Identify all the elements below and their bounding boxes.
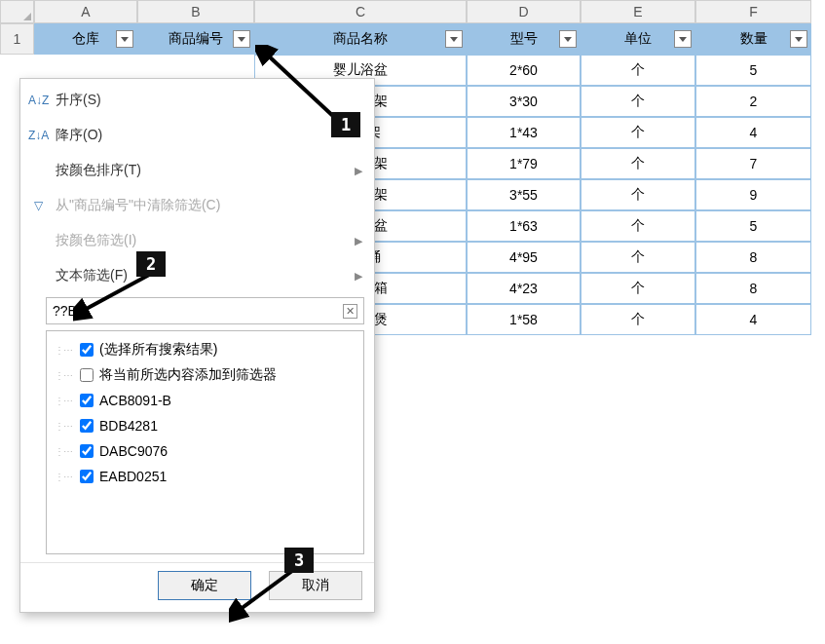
checkbox[interactable] (80, 368, 94, 382)
filter-dropdown-icon[interactable] (674, 30, 692, 48)
clear-search-icon[interactable]: ✕ (343, 304, 357, 319)
cell[interactable]: 8 (695, 273, 811, 304)
cell[interactable]: 4 (695, 304, 811, 335)
header-row: 仓库 商品编号 商品名称 型号 单位 数量 (34, 23, 811, 55)
filter-value-list[interactable]: ⋮⋯(选择所有搜索结果) ⋮⋯将当前所选内容添加到筛选器 ⋮⋯ACB8091-B… (46, 330, 364, 554)
cell[interactable]: 5 (695, 55, 811, 86)
cell[interactable]: 9 (695, 179, 811, 210)
svg-line-2 (237, 571, 292, 612)
svg-line-0 (265, 53, 335, 118)
menu-label: 降序(O) (56, 127, 102, 144)
chevron-right-icon: ▶ (355, 270, 362, 283)
filter-dropdown-icon[interactable] (445, 30, 463, 48)
row-headers: 1 (0, 23, 34, 55)
cell[interactable]: 7 (695, 148, 811, 179)
cell[interactable]: 3*55 (467, 179, 581, 210)
tree-connector-icon: ⋮⋯ (55, 396, 72, 406)
filter-dropdown-icon[interactable] (233, 30, 250, 48)
filter-popup: A↓Z 升序(S) Z↓A 降序(O) 按颜色排序(T) ▶ ▽ 从"商品编号"… (19, 78, 375, 613)
list-item[interactable]: ⋮⋯(选择所有搜索结果) (55, 337, 356, 362)
hdr-text: 单位 (624, 30, 652, 48)
col-head-A[interactable]: A (34, 0, 137, 23)
item-label: (选择所有搜索结果) (99, 341, 217, 359)
cell[interactable]: 个 (581, 242, 695, 273)
cell[interactable]: 1*63 (467, 210, 581, 242)
list-item[interactable]: ⋮⋯BDB4281 (55, 413, 356, 438)
checkbox[interactable] (80, 419, 94, 433)
cell[interactable]: 3*30 (467, 86, 581, 117)
filter-dropdown-icon[interactable] (790, 30, 807, 48)
column-headers: A B C D E F (34, 0, 811, 23)
tree-connector-icon: ⋮⋯ (55, 446, 72, 457)
cell[interactable]: 个 (581, 117, 695, 148)
hdr-text: 型号 (510, 30, 538, 48)
cell[interactable]: 4*23 (467, 273, 581, 304)
tree-connector-icon: ⋮⋯ (55, 472, 72, 482)
list-item[interactable]: ⋮⋯将当前所选内容添加到筛选器 (55, 362, 356, 388)
chevron-right-icon: ▶ (355, 235, 362, 247)
cell[interactable]: 2*60 (467, 55, 581, 86)
cell[interactable]: 5 (695, 210, 811, 242)
cell[interactable]: 个 (581, 210, 695, 242)
filter-dropdown-icon[interactable] (559, 30, 577, 48)
cell[interactable]: 个 (581, 179, 695, 210)
cell[interactable]: 4*95 (467, 242, 581, 273)
clear-filter: ▽ 从"商品编号"中清除筛选(C) (20, 188, 374, 223)
list-item[interactable]: ⋮⋯EABD0251 (55, 464, 356, 489)
menu-label: 升序(S) (56, 92, 101, 109)
chevron-right-icon: ▶ (355, 165, 362, 177)
cell[interactable]: 个 (581, 86, 695, 117)
col-head-D[interactable]: D (467, 0, 581, 23)
cell[interactable]: 2 (695, 86, 811, 117)
cell[interactable]: 1*79 (467, 148, 581, 179)
checkbox[interactable] (80, 394, 94, 407)
item-label: EABD0251 (99, 469, 167, 484)
col-head-C[interactable]: C (254, 0, 467, 23)
hdr-qty[interactable]: 数量 (695, 23, 811, 55)
col-head-E[interactable]: E (581, 0, 695, 23)
filter-dropdown-icon[interactable] (116, 30, 133, 48)
item-label: DABC9076 (99, 443, 168, 459)
callout-2: 2 (136, 251, 166, 277)
item-label: 将当前所选内容添加到筛选器 (99, 366, 277, 384)
item-label: ACB8091-B (99, 393, 171, 408)
checkbox[interactable] (80, 470, 94, 483)
cell[interactable]: 个 (581, 148, 695, 179)
svg-line-1 (81, 274, 151, 312)
col-head-B[interactable]: B (137, 0, 254, 23)
select-all-corner[interactable] (0, 0, 34, 23)
sort-asc-icon: A↓Z (28, 94, 48, 107)
list-item[interactable]: ⋮⋯DABC9076 (55, 438, 356, 464)
checkbox[interactable] (80, 444, 94, 458)
tree-connector-icon: ⋮⋯ (55, 345, 72, 356)
arrow-icon (229, 565, 307, 624)
callout-3: 3 (284, 548, 314, 573)
checkbox[interactable] (80, 343, 94, 357)
sort-desc-icon: Z↓A (28, 129, 48, 142)
hdr-model[interactable]: 型号 (467, 23, 581, 55)
cell[interactable]: 个 (581, 304, 695, 335)
list-item[interactable]: ⋮⋯ACB8091-B (55, 388, 356, 413)
menu-label: 从"商品编号"中清除筛选(C) (56, 197, 220, 214)
hdr-text: 商品编号 (169, 30, 223, 48)
hdr-unit[interactable]: 单位 (581, 23, 695, 55)
col-head-F[interactable]: F (695, 0, 811, 23)
funnel-icon: ▽ (28, 199, 48, 212)
hdr-warehouse[interactable]: 仓库 (34, 23, 137, 55)
row-head-1[interactable]: 1 (0, 23, 34, 55)
arrow-icon (255, 45, 343, 128)
cell[interactable]: 1*58 (467, 304, 581, 335)
hdr-product-code[interactable]: 商品编号 (137, 23, 254, 55)
tree-connector-icon: ⋮⋯ (55, 421, 72, 432)
cell[interactable]: 个 (581, 273, 695, 304)
hdr-text: 数量 (740, 30, 768, 48)
sort-by-color[interactable]: 按颜色排序(T) ▶ (20, 153, 374, 188)
cell[interactable]: 4 (695, 117, 811, 148)
menu-label: 按颜色排序(T) (56, 162, 141, 179)
cell[interactable]: 个 (581, 55, 695, 86)
cell[interactable]: 8 (695, 242, 811, 273)
item-label: BDB4281 (99, 418, 158, 434)
cell[interactable]: 1*43 (467, 117, 581, 148)
menu-label: 按颜色筛选(I) (56, 232, 136, 249)
button-bar: 确定 取消 (20, 562, 374, 612)
